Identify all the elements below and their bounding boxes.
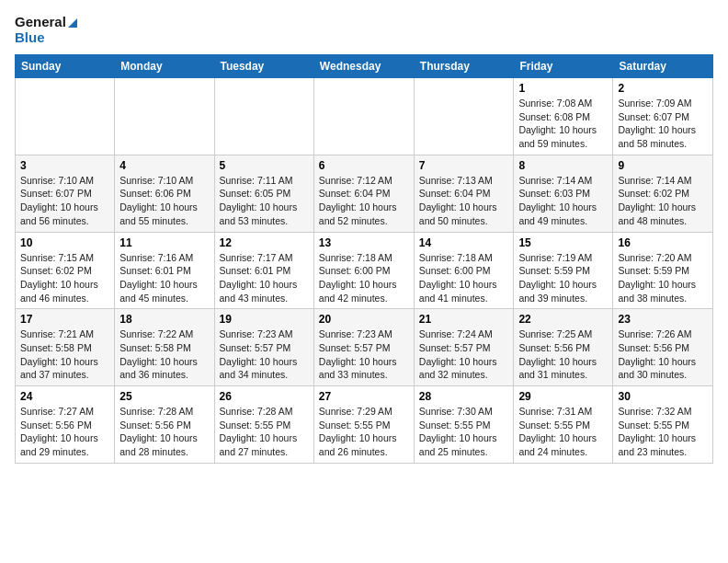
day-number: 2 [618, 82, 708, 95]
calendar-day-12: 12 Sunrise: 7:17 AM Sunset: 6:01 PM Dayl… [214, 232, 313, 309]
day-info: Sunrise: 7:22 AM Sunset: 5:58 PM Dayligh… [119, 327, 209, 382]
calendar-day-19: 19 Sunrise: 7:23 AM Sunset: 5:57 PM Dayl… [214, 309, 313, 386]
day-number: 6 [319, 159, 409, 172]
calendar-day-22: 22 Sunrise: 7:25 AM Sunset: 5:56 PM Dayl… [514, 309, 613, 386]
day-info: Sunrise: 7:21 AM Sunset: 5:58 PM Dayligh… [20, 327, 109, 382]
calendar-day-23: 23 Sunrise: 7:26 AM Sunset: 5:56 PM Dayl… [613, 309, 713, 386]
day-number: 7 [419, 159, 509, 172]
day-info: Sunrise: 7:32 AM Sunset: 5:55 PM Dayligh… [618, 405, 708, 459]
day-info: Sunrise: 7:14 AM Sunset: 6:03 PM Dayligh… [518, 174, 608, 228]
calendar-day-28: 28 Sunrise: 7:30 AM Sunset: 5:55 PM Dayl… [414, 386, 514, 464]
weekday-header-wednesday: Wednesday [313, 55, 414, 78]
page-header: General Blue [15, 15, 713, 45]
day-number: 1 [518, 82, 608, 95]
day-info: Sunrise: 7:28 AM Sunset: 5:56 PM Dayligh… [119, 405, 209, 459]
calendar-day-5: 5 Sunrise: 7:11 AM Sunset: 6:05 PM Dayli… [214, 155, 313, 232]
day-info: Sunrise: 7:10 AM Sunset: 6:06 PM Dayligh… [119, 174, 209, 228]
calendar-day-7: 7 Sunrise: 7:13 AM Sunset: 6:04 PM Dayli… [414, 155, 514, 232]
day-info: Sunrise: 7:23 AM Sunset: 5:57 PM Dayligh… [319, 327, 409, 382]
day-number: 21 [419, 313, 509, 326]
calendar-day-27: 27 Sunrise: 7:29 AM Sunset: 5:55 PM Dayl… [313, 386, 414, 464]
calendar-week-4: 17 Sunrise: 7:21 AM Sunset: 5:58 PM Dayl… [16, 309, 713, 386]
calendar-table: SundayMondayTuesdayWednesdayThursdayFrid… [15, 54, 713, 464]
calendar-day-26: 26 Sunrise: 7:28 AM Sunset: 5:55 PM Dayl… [214, 386, 313, 464]
weekday-header-thursday: Thursday [414, 55, 514, 78]
day-info: Sunrise: 7:12 AM Sunset: 6:04 PM Dayligh… [319, 174, 409, 228]
day-number: 22 [518, 313, 608, 326]
calendar-day-29: 29 Sunrise: 7:31 AM Sunset: 5:55 PM Dayl… [514, 386, 613, 464]
day-info: Sunrise: 7:27 AM Sunset: 5:56 PM Dayligh… [20, 405, 109, 459]
day-number: 17 [20, 313, 109, 326]
calendar-day-18: 18 Sunrise: 7:22 AM Sunset: 5:58 PM Dayl… [115, 309, 214, 386]
day-info: Sunrise: 7:17 AM Sunset: 6:01 PM Dayligh… [220, 251, 309, 305]
calendar-day-2: 2 Sunrise: 7:09 AM Sunset: 6:07 PM Dayli… [613, 78, 713, 155]
day-number: 9 [618, 159, 708, 172]
calendar-day-30: 30 Sunrise: 7:32 AM Sunset: 5:55 PM Dayl… [613, 386, 713, 464]
day-info: Sunrise: 7:08 AM Sunset: 6:08 PM Dayligh… [518, 97, 608, 151]
calendar-day-8: 8 Sunrise: 7:14 AM Sunset: 6:03 PM Dayli… [514, 155, 613, 232]
calendar-week-2: 3 Sunrise: 7:10 AM Sunset: 6:07 PM Dayli… [16, 155, 713, 232]
day-info: Sunrise: 7:14 AM Sunset: 6:02 PM Dayligh… [618, 174, 708, 228]
day-number: 30 [618, 390, 708, 403]
empty-cell [16, 78, 115, 155]
day-info: Sunrise: 7:10 AM Sunset: 6:07 PM Dayligh… [20, 174, 109, 228]
calendar-day-16: 16 Sunrise: 7:20 AM Sunset: 5:59 PM Dayl… [613, 232, 713, 309]
calendar-day-9: 9 Sunrise: 7:14 AM Sunset: 6:02 PM Dayli… [613, 155, 713, 232]
day-info: Sunrise: 7:19 AM Sunset: 5:59 PM Dayligh… [518, 251, 608, 305]
day-info: Sunrise: 7:15 AM Sunset: 6:02 PM Dayligh… [20, 251, 109, 305]
calendar-day-14: 14 Sunrise: 7:18 AM Sunset: 6:00 PM Dayl… [414, 232, 514, 309]
day-info: Sunrise: 7:13 AM Sunset: 6:04 PM Dayligh… [419, 174, 509, 228]
day-number: 5 [220, 159, 309, 172]
calendar-day-25: 25 Sunrise: 7:28 AM Sunset: 5:56 PM Dayl… [115, 386, 214, 464]
day-number: 10 [20, 236, 109, 249]
logo: General Blue [15, 15, 77, 45]
day-number: 15 [518, 236, 608, 249]
day-number: 18 [119, 313, 209, 326]
calendar-day-4: 4 Sunrise: 7:10 AM Sunset: 6:06 PM Dayli… [115, 155, 214, 232]
day-number: 13 [319, 236, 409, 249]
day-info: Sunrise: 7:09 AM Sunset: 6:07 PM Dayligh… [618, 97, 708, 151]
weekday-header-friday: Friday [514, 55, 613, 78]
day-info: Sunrise: 7:18 AM Sunset: 6:00 PM Dayligh… [319, 251, 409, 305]
logo-text: General Blue [15, 15, 77, 45]
day-number: 27 [319, 390, 409, 403]
day-info: Sunrise: 7:30 AM Sunset: 5:55 PM Dayligh… [419, 405, 509, 459]
weekday-header-monday: Monday [115, 55, 214, 78]
calendar-week-1: 1 Sunrise: 7:08 AM Sunset: 6:08 PM Dayli… [16, 78, 713, 155]
day-info: Sunrise: 7:11 AM Sunset: 6:05 PM Dayligh… [220, 174, 309, 228]
calendar-day-20: 20 Sunrise: 7:23 AM Sunset: 5:57 PM Dayl… [313, 309, 414, 386]
weekday-header-row: SundayMondayTuesdayWednesdayThursdayFrid… [16, 55, 713, 78]
empty-cell [414, 78, 514, 155]
day-number: 16 [618, 236, 708, 249]
calendar-day-10: 10 Sunrise: 7:15 AM Sunset: 6:02 PM Dayl… [16, 232, 115, 309]
calendar-week-3: 10 Sunrise: 7:15 AM Sunset: 6:02 PM Dayl… [16, 232, 713, 309]
day-info: Sunrise: 7:31 AM Sunset: 5:55 PM Dayligh… [518, 405, 608, 459]
day-number: 26 [220, 390, 309, 403]
calendar-day-11: 11 Sunrise: 7:16 AM Sunset: 6:01 PM Dayl… [115, 232, 214, 309]
calendar-day-3: 3 Sunrise: 7:10 AM Sunset: 6:07 PM Dayli… [16, 155, 115, 232]
day-number: 23 [618, 313, 708, 326]
weekday-header-sunday: Sunday [16, 55, 115, 78]
day-number: 29 [518, 390, 608, 403]
day-number: 28 [419, 390, 509, 403]
day-info: Sunrise: 7:16 AM Sunset: 6:01 PM Dayligh… [119, 251, 209, 305]
day-number: 8 [518, 159, 608, 172]
empty-cell [313, 78, 414, 155]
day-number: 25 [119, 390, 209, 403]
calendar-week-5: 24 Sunrise: 7:27 AM Sunset: 5:56 PM Dayl… [16, 386, 713, 464]
weekday-header-saturday: Saturday [613, 55, 713, 78]
calendar-day-15: 15 Sunrise: 7:19 AM Sunset: 5:59 PM Dayl… [514, 232, 613, 309]
calendar-day-6: 6 Sunrise: 7:12 AM Sunset: 6:04 PM Dayli… [313, 155, 414, 232]
day-number: 11 [119, 236, 209, 249]
day-number: 4 [119, 159, 209, 172]
empty-cell [214, 78, 313, 155]
day-number: 19 [220, 313, 309, 326]
day-number: 12 [220, 236, 309, 249]
day-number: 3 [20, 159, 109, 172]
day-info: Sunrise: 7:18 AM Sunset: 6:00 PM Dayligh… [419, 251, 509, 305]
day-number: 20 [319, 313, 409, 326]
day-info: Sunrise: 7:29 AM Sunset: 5:55 PM Dayligh… [319, 405, 409, 459]
day-info: Sunrise: 7:26 AM Sunset: 5:56 PM Dayligh… [618, 327, 708, 382]
empty-cell [115, 78, 214, 155]
calendar-day-13: 13 Sunrise: 7:18 AM Sunset: 6:00 PM Dayl… [313, 232, 414, 309]
